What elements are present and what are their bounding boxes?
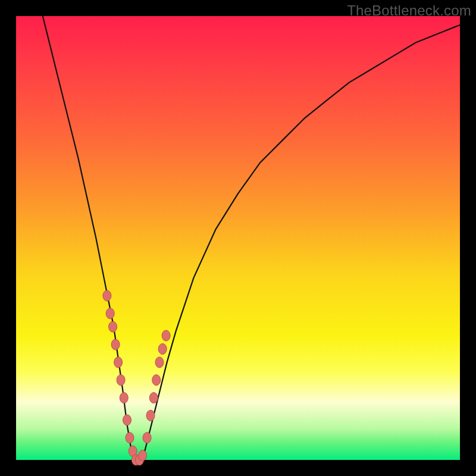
data-points-group [103, 290, 170, 465]
chart-svg [16, 16, 460, 460]
data-point [106, 308, 114, 319]
data-point [111, 339, 120, 350]
chart-frame: TheBottleneck.com [0, 0, 476, 476]
data-point [139, 450, 147, 461]
data-point [123, 415, 131, 425]
data-point [146, 410, 155, 421]
data-point [155, 357, 164, 368]
data-point [103, 290, 111, 301]
plot-area [16, 16, 460, 460]
data-point [162, 330, 170, 341]
data-point [143, 433, 151, 443]
data-point [120, 393, 128, 403]
data-point [126, 433, 134, 443]
data-point [149, 393, 158, 403]
data-point [117, 375, 125, 386]
data-point [152, 375, 161, 386]
data-point [158, 344, 167, 355]
data-point [114, 357, 123, 368]
data-point [109, 321, 117, 332]
bottleneck-curve [43, 16, 460, 460]
